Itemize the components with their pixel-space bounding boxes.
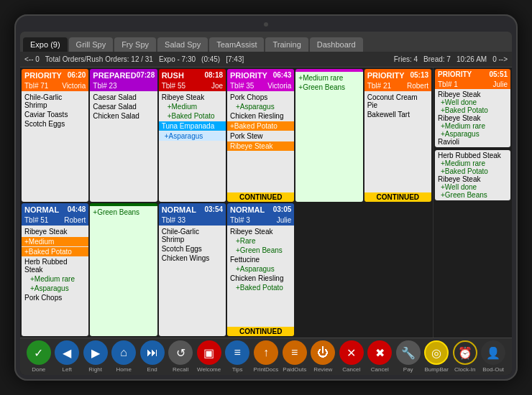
tab-salad[interactable]: Salad Spy — [157, 37, 208, 52]
side-card-2[interactable]: Herb Rubbed Steak +Medium rare +Baked Po… — [435, 150, 510, 200]
review-label: Review — [313, 366, 332, 373]
order-card-9[interactable]: NORMAL 03:54 Tbl# 33 Chile-Garlic Shrimp… — [159, 203, 226, 336]
tablet-camera — [264, 22, 268, 27]
side-card1-sub: Tbl# 1 Julie — [435, 80, 510, 89]
card4-footer: CONTINUED — [227, 192, 294, 202]
card2-sub: Tbl# 23 — [90, 82, 157, 91]
card4-header: PRIORITY 06:43 — [227, 69, 294, 82]
left-label: Left — [63, 366, 72, 373]
order-card-4[interactable]: PRIORITY 06:43 Tbl# 35 Victoria Pork Cho… — [227, 69, 294, 202]
review-icon: ⏻ — [311, 340, 335, 365]
recall-button[interactable]: ↺ Recall — [168, 340, 193, 373]
card10-header: NORMAL 03:05 — [227, 203, 294, 216]
time1: (0:45) — [201, 55, 220, 63]
order-card-5[interactable]: +Medium rare +Green Beans — [295, 69, 362, 202]
tab-fry[interactable]: Fry Spy — [114, 37, 156, 52]
recall-icon: ↺ — [168, 340, 193, 365]
tablet-top-bar — [20, 20, 512, 29]
tab-teamassist[interactable]: TeamAssist — [209, 37, 264, 52]
review-button[interactable]: ⏻ Review — [311, 340, 335, 373]
bumpbar-button[interactable]: ◎ BumpBar — [424, 340, 449, 373]
paidouts-label: PaidOuts — [283, 366, 306, 373]
card3-body: Ribeye Steak +Medium +Baked Potato Tuna … — [159, 91, 226, 202]
tab-dashboard[interactable]: Dashboard — [310, 37, 363, 52]
printdocs-label: PrintDocs — [254, 366, 279, 373]
card6-header: PRIORITY 05:13 — [364, 69, 431, 82]
tips-label: Tips — [232, 366, 243, 373]
home-button[interactable]: ⌂ Home — [111, 340, 136, 373]
order-card-6[interactable]: PRIORITY 05:13 Tbl# 21 Robert Coconut Cr… — [364, 69, 431, 202]
bodout-label: Bod-Out — [482, 366, 504, 373]
home-icon: ⌂ — [111, 340, 136, 365]
card2-header: PREPARED 07:28 — [90, 69, 157, 82]
pay-button[interactable]: 🔧 Pay — [396, 340, 421, 373]
card5-body: +Medium rare +Green Beans — [295, 72, 362, 202]
card7-sub: Tbl# 51 Robert — [22, 216, 88, 226]
toolbar: ✓ Done ◀ Left ▶ Right ⌂ Home ⏭ End ↺ Rec… — [20, 338, 512, 375]
card1-body: Chile-Garlic Shrimp Caviar Toasts Scotch… — [22, 91, 88, 202]
clockin-button[interactable]: ⏰ Clock-In — [453, 340, 477, 373]
screen: Expo (9) Grill Spy Fry Spy Salad Spy Tea… — [20, 32, 512, 375]
left-icon: ◀ — [55, 340, 79, 365]
order-card-1[interactable]: PRIORITY 06:20 Tbl# 71 Victoria Chile-Ga… — [22, 69, 88, 202]
right-arrow[interactable]: 0 --> — [492, 55, 508, 63]
printdocs-icon: ↑ — [254, 340, 278, 365]
printdocs-button[interactable]: ↑ PrintDocs — [254, 340, 279, 373]
card10-sub: Tbl# 3 Julie — [227, 216, 294, 226]
side-panel: PRIORITY 05:51 Tbl# 1 Julie Ribeye Steak… — [433, 68, 512, 338]
end-icon: ⏭ — [140, 340, 165, 365]
card6-body: Coconut Cream Pie Bakewell Tart — [364, 91, 431, 192]
total-orders: Total Orders/Rush Orders: 12 / 31 — [45, 55, 153, 63]
order-card-7[interactable]: NORMAL 04:48 Tbl# 51 Robert Ribeye Steak… — [22, 203, 88, 336]
time2: [7:43] — [226, 55, 244, 63]
card4-sub: Tbl# 35 Victoria — [227, 82, 294, 91]
clockin-label: Clock-In — [454, 366, 475, 373]
cancel2-icon: ✖ — [367, 340, 392, 365]
clockin-icon: ⏰ — [453, 340, 477, 365]
cancel1-icon: ✕ — [339, 340, 364, 365]
order-card-2[interactable]: PREPARED 07:28 Tbl# 23 Caesar Salad Caes… — [90, 69, 157, 202]
left-arrow[interactable]: <-- 0 — [24, 55, 40, 63]
paidouts-icon: ≡ — [283, 340, 307, 365]
right-label: Right — [88, 366, 102, 373]
bumpbar-label: BumpBar — [425, 366, 449, 373]
welcome-button[interactable]: ▣ Welcome — [197, 340, 221, 373]
cancel1-button[interactable]: ✕ Cancel — [339, 340, 364, 373]
card1-header: PRIORITY 06:20 — [22, 69, 88, 82]
cancel2-button[interactable]: ✖ Cancel — [367, 340, 392, 373]
end-label: End — [147, 366, 157, 373]
bodout-button[interactable]: 👤 Bod-Out — [481, 340, 505, 373]
tips-button[interactable]: ≡ Tips — [225, 340, 249, 373]
expo-time: Expo - 7:30 — [159, 55, 196, 63]
pay-icon: 🔧 — [396, 340, 421, 365]
card1-sub: Tbl# 71 Victoria — [22, 82, 88, 91]
card9-sub: Tbl# 33 — [159, 216, 226, 226]
left-button[interactable]: ◀ Left — [55, 340, 79, 373]
done-button[interactable]: ✓ Done — [27, 340, 51, 373]
tab-training[interactable]: Training — [265, 37, 308, 52]
done-label: Done — [32, 366, 45, 373]
done-icon: ✓ — [27, 340, 51, 365]
right-icon: ▶ — [83, 340, 108, 365]
card7-header: NORMAL 04:48 — [22, 203, 88, 216]
tab-grill[interactable]: Grill Spy — [69, 37, 114, 52]
order-card-10[interactable]: NORMAL 03:05 Tbl# 3 Julie Ribeye Steak +… — [227, 203, 294, 336]
card8-body: +Green Beans — [90, 206, 157, 336]
side-card-1[interactable]: PRIORITY 05:51 Tbl# 1 Julie Ribeye Steak… — [435, 69, 510, 147]
orders-grid: PRIORITY 06:20 Tbl# 71 Victoria Chile-Ga… — [20, 68, 433, 338]
card3-header: RUSH 08:18 — [159, 69, 226, 82]
paidouts-button[interactable]: ≡ PaidOuts — [283, 340, 307, 373]
recall-label: Recall — [173, 366, 188, 373]
card6-footer: CONTINUED — [364, 192, 431, 202]
order-card-3[interactable]: RUSH 08:18 Tbl# 55 Joe Ribeye Steak +Med… — [159, 69, 226, 202]
side-card2-body: Herb Rubbed Steak +Medium rare +Baked Po… — [435, 150, 510, 200]
order-card-8[interactable]: +Green Beans — [90, 203, 157, 336]
tablet: Expo (9) Grill Spy Fry Spy Salad Spy Tea… — [14, 14, 518, 381]
card7-body: Ribeye Steak +Medium +Baked Potato Herb … — [22, 226, 88, 336]
tab-bar: Expo (9) Grill Spy Fry Spy Salad Spy Tea… — [20, 32, 512, 52]
right-button[interactable]: ▶ Right — [83, 340, 108, 373]
tab-expo[interactable]: Expo (9) — [23, 37, 68, 52]
end-button[interactable]: ⏭ End — [140, 340, 165, 373]
card10-body: Ribeye Steak +Rare +Green Beans Fettucin… — [227, 226, 294, 327]
home-label: Home — [116, 366, 132, 373]
